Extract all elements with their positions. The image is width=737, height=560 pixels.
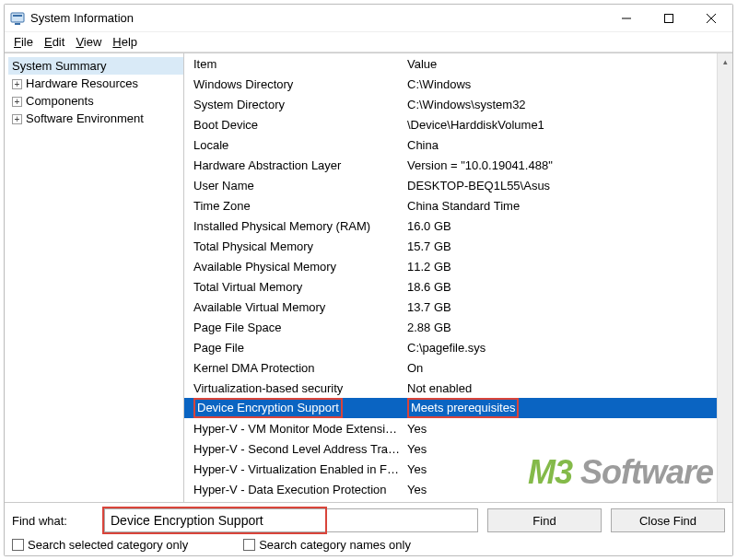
list-row[interactable]: User NameDESKTOP-BEQ1L55\Asus: [184, 175, 717, 195]
tree-components[interactable]: +Components: [8, 92, 183, 110]
cell-value: Yes: [407, 422, 717, 436]
list-row[interactable]: Hyper-V - VM Monitor Mode ExtensionsYes: [184, 418, 717, 438]
svg-rect-2: [15, 23, 20, 25]
column-headers[interactable]: Item Value: [184, 53, 717, 74]
cell-item: Hardware Abstraction Layer: [193, 158, 407, 172]
cell-item: Locale: [193, 138, 407, 152]
expand-icon[interactable]: +: [12, 97, 22, 107]
svg-rect-0: [11, 13, 24, 22]
vertical-scrollbar[interactable]: ▴: [717, 53, 732, 502]
cell-value: C:\Windows\system32: [407, 98, 717, 111]
list-row[interactable]: Available Physical Memory11.2 GB: [184, 256, 717, 276]
close-find-button[interactable]: Close Find: [611, 508, 725, 532]
cell-item: Kernel DMA Protection: [193, 361, 407, 375]
cell-value: DESKTOP-BEQ1L55\Asus: [407, 179, 717, 192]
tree-label: Components: [26, 94, 94, 108]
minimize-button[interactable]: [605, 5, 648, 32]
category-tree[interactable]: System Summary +Hardware Resources +Comp…: [5, 53, 184, 502]
checkbox-label: Search category names only: [259, 538, 411, 552]
cell-item: Available Virtual Memory: [193, 300, 407, 314]
cell-value: Meets prerequisites: [407, 398, 717, 418]
list-row[interactable]: Hardware Abstraction LayerVersion = "10.…: [184, 155, 717, 175]
cell-item: Page File Space: [193, 321, 407, 334]
list-row[interactable]: Hyper-V - Second Level Address Translati…: [184, 438, 717, 459]
cell-value: 16.0 GB: [407, 219, 717, 233]
cell-item: Available Physical Memory: [193, 260, 407, 274]
expand-icon[interactable]: +: [12, 114, 22, 124]
list-row[interactable]: Hyper-V - Virtualization Enabled in Firm…: [184, 459, 717, 479]
window-title: System Information: [30, 11, 134, 25]
cell-item: Windows Directory: [193, 77, 407, 91]
maximize-button[interactable]: [648, 5, 690, 32]
cell-item: Device Encryption Support: [193, 398, 407, 418]
cell-item: Time Zone: [193, 199, 407, 213]
cell-item: Hyper-V - Virtualization Enabled in Firm…: [193, 462, 407, 476]
cell-item: Virtualization-based security: [193, 381, 407, 395]
checkbox-icon: [12, 539, 24, 551]
tree-label: Hardware Resources: [26, 76, 138, 90]
find-input[interactable]: [104, 508, 478, 532]
checkbox-icon: [243, 539, 255, 551]
cell-value: On: [407, 361, 717, 375]
svg-rect-1: [13, 15, 22, 17]
close-button[interactable]: [690, 5, 732, 32]
main-area: System Summary +Hardware Resources +Comp…: [5, 52, 732, 502]
list-row[interactable]: Hyper-V - Data Execution ProtectionYes: [184, 479, 717, 499]
list-row[interactable]: Boot Device\Device\HarddiskVolume1: [184, 114, 717, 134]
tree-system-summary[interactable]: System Summary: [8, 57, 183, 75]
app-icon: [10, 11, 25, 26]
titlebar[interactable]: System Information: [5, 5, 732, 32]
window-frame: System Information File Edit View Help S…: [4, 4, 733, 556]
list-row[interactable]: LocaleChina: [184, 134, 717, 155]
list-row[interactable]: System DirectoryC:\Windows\system32: [184, 94, 717, 114]
list-row[interactable]: Kernel DMA ProtectionOn: [184, 357, 717, 378]
cell-item: Installed Physical Memory (RAM): [193, 219, 407, 233]
cell-value: 13.7 GB: [407, 300, 717, 314]
cell-item: Hyper-V - Data Execution Protection: [193, 483, 407, 496]
cell-item: Hyper-V - VM Monitor Mode Extensions: [193, 422, 407, 436]
expand-icon[interactable]: +: [12, 79, 22, 89]
header-value[interactable]: Value: [407, 57, 717, 71]
tree-hardware-resources[interactable]: +Hardware Resources: [8, 75, 183, 92]
cell-item: Total Physical Memory: [193, 239, 407, 253]
checkbox-label: Search selected category only: [28, 538, 188, 552]
cell-value: China Standard Time: [407, 199, 717, 213]
scroll-up-icon[interactable]: ▴: [718, 53, 732, 69]
list-row[interactable]: Time ZoneChina Standard Time: [184, 195, 717, 216]
find-button[interactable]: Find: [487, 508, 602, 532]
cell-value: \Device\HarddiskVolume1: [407, 118, 717, 132]
svg-rect-4: [665, 14, 673, 22]
cell-item: Page File: [193, 341, 407, 355]
tree-software-environment[interactable]: +Software Environment: [8, 110, 183, 127]
cell-value: C:\Windows: [407, 77, 717, 91]
list-row[interactable]: Device Encryption SupportMeets prerequis…: [184, 398, 717, 418]
cell-value: Yes: [407, 442, 717, 456]
search-selected-only-checkbox[interactable]: Search selected category only: [12, 538, 188, 552]
menu-edit[interactable]: Edit: [39, 35, 70, 49]
cell-value: Yes: [407, 462, 717, 476]
cell-value: 2.88 GB: [407, 321, 717, 334]
info-list[interactable]: Item Value Windows DirectoryC:\WindowsSy…: [184, 53, 717, 502]
list-row[interactable]: Available Virtual Memory13.7 GB: [184, 297, 717, 317]
cell-value: 15.7 GB: [407, 239, 717, 253]
menu-view[interactable]: View: [70, 35, 107, 49]
list-row[interactable]: Page FileC:\pagefile.sys: [184, 337, 717, 357]
list-row[interactable]: Total Physical Memory15.7 GB: [184, 236, 717, 256]
menubar: File Edit View Help: [5, 32, 732, 52]
search-names-only-checkbox[interactable]: Search category names only: [243, 538, 411, 552]
cell-item: Boot Device: [193, 118, 407, 132]
list-row[interactable]: Virtualization-based securityNot enabled: [184, 378, 717, 398]
detail-pane: Item Value Windows DirectoryC:\WindowsSy…: [184, 53, 732, 502]
list-row[interactable]: Page File Space2.88 GB: [184, 317, 717, 337]
list-row[interactable]: Total Virtual Memory18.6 GB: [184, 276, 717, 297]
cell-value: China: [407, 138, 717, 152]
find-label: Find what:: [12, 514, 95, 528]
header-item[interactable]: Item: [193, 57, 407, 71]
cell-value: Yes: [407, 483, 717, 496]
list-row[interactable]: Windows DirectoryC:\Windows: [184, 74, 717, 94]
menu-file[interactable]: File: [8, 35, 39, 49]
cell-value: Version = "10.0.19041.488": [407, 158, 717, 172]
list-row[interactable]: Installed Physical Memory (RAM)16.0 GB: [184, 216, 717, 236]
cell-item: System Directory: [193, 98, 407, 111]
menu-help[interactable]: Help: [107, 35, 143, 49]
